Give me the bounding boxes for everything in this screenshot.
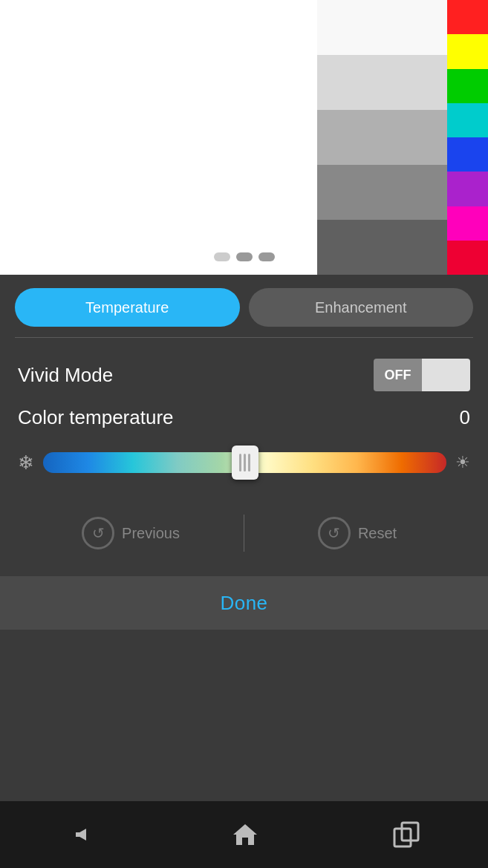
svg-rect-0 <box>76 832 82 837</box>
color-strip <box>447 0 488 275</box>
toggle-on-area <box>422 359 470 391</box>
cold-icon: ❄ <box>18 451 34 474</box>
reset-button[interactable]: ↺ Reset <box>244 508 470 558</box>
reset-icon: ↺ <box>318 517 351 549</box>
home-icon <box>229 818 261 851</box>
color-crimson <box>447 241 488 275</box>
slider-row: ❄ ☀ <box>18 444 470 481</box>
color-purple <box>447 172 488 206</box>
gray-block-1 <box>317 0 447 55</box>
recent-nav-button[interactable] <box>385 812 430 857</box>
thumb-line-3 <box>248 454 250 471</box>
tab-temperature[interactable]: Temperature <box>15 288 240 327</box>
gray-section <box>317 0 447 275</box>
pagination <box>214 252 275 261</box>
recent-icon <box>393 820 423 849</box>
thumb-grip <box>239 454 250 471</box>
color-cyan <box>447 103 488 137</box>
back-icon <box>65 818 98 851</box>
tab-bar: Temperature Enhancement <box>0 275 488 337</box>
color-temp-header: Color temperature 0 <box>18 406 470 429</box>
thumb-line-1 <box>239 454 241 471</box>
warm-icon: ☀ <box>455 453 470 472</box>
svg-marker-1 <box>233 824 257 845</box>
vivid-mode-row: Vivid Mode OFF <box>0 338 488 406</box>
preview-area <box>0 0 488 275</box>
pagination-dot-2 <box>236 252 253 261</box>
thumb-line-2 <box>244 454 246 471</box>
color-temperature-section: Color temperature 0 ❄ ☀ <box>0 406 488 496</box>
color-yellow <box>447 34 488 68</box>
color-red <box>447 0 488 34</box>
gray-block-3 <box>317 110 447 165</box>
action-buttons: ↺ Previous ↺ Reset <box>0 496 488 576</box>
gray-block-5 <box>317 220 447 275</box>
reset-label: Reset <box>358 525 397 542</box>
home-svg <box>232 821 258 848</box>
color-temp-label: Color temperature <box>18 406 174 429</box>
toggle-off-label: OFF <box>374 359 422 391</box>
controls-panel: Temperature Enhancement Vivid Mode OFF C… <box>0 275 488 801</box>
done-button[interactable]: Done <box>0 576 488 630</box>
previous-label: Previous <box>122 525 180 542</box>
tab-enhancement[interactable]: Enhancement <box>249 288 474 327</box>
gray-block-4 <box>317 165 447 220</box>
pagination-dot-1 <box>214 252 230 261</box>
pagination-dot-3 <box>258 252 275 261</box>
color-green <box>447 69 488 103</box>
previous-button[interactable]: ↺ Previous <box>18 508 244 558</box>
slider-thumb[interactable] <box>232 446 258 480</box>
previous-icon: ↺ <box>82 517 114 549</box>
nav-bar <box>0 801 488 868</box>
back-arrow-svg <box>70 823 94 846</box>
recent-svg <box>393 820 423 849</box>
vivid-mode-toggle[interactable]: OFF <box>374 359 470 391</box>
color-blue <box>447 137 488 172</box>
done-section: Done <box>0 576 488 630</box>
back-nav-button[interactable] <box>58 811 105 858</box>
vivid-mode-label: Vivid Mode <box>18 364 113 387</box>
color-magenta <box>447 206 488 241</box>
gray-block-2 <box>317 55 447 110</box>
color-bars <box>317 0 488 275</box>
temperature-slider[interactable] <box>43 444 446 481</box>
color-temp-value: 0 <box>460 406 470 429</box>
home-nav-button[interactable] <box>221 811 269 858</box>
